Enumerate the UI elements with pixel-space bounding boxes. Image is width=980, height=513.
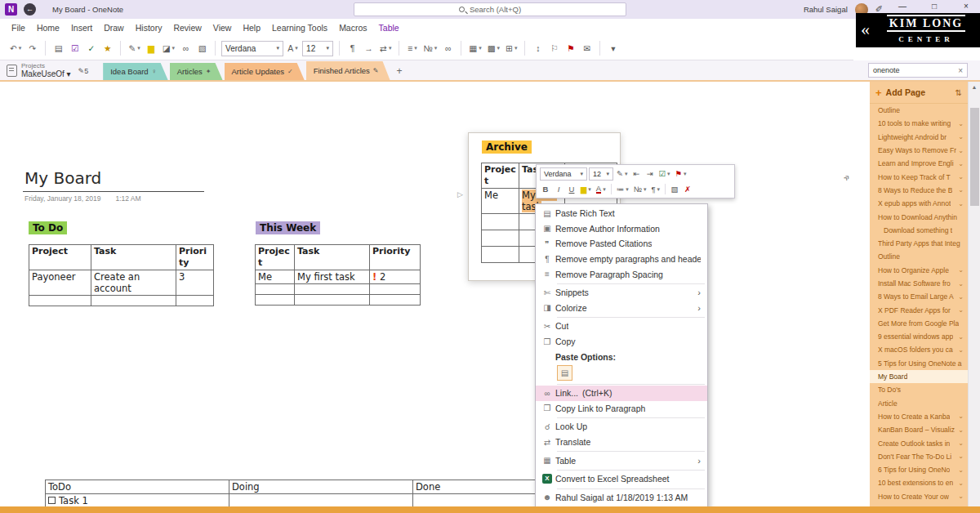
add-page-button[interactable]: + Add Page ⇅ <box>870 82 968 104</box>
context-menu-item-look-up[interactable]: ☌Look Up <box>536 419 707 435</box>
page-list-item-to-do-s[interactable]: To Do's <box>870 383 968 396</box>
indent-increase-icon[interactable]: ⇥ <box>644 167 655 181</box>
page-list-item-10-best-extensions-to-en[interactable]: 10 best extensions to en⌄ <box>870 476 968 489</box>
context-menu-item-link[interactable]: ∞Link...(Ctrl+K) <box>536 386 707 401</box>
page-list-item-outline[interactable]: Outline <box>870 250 968 263</box>
menu-item-table[interactable]: Table <box>379 23 399 33</box>
page-list-item-install-mac-software-fro[interactable]: Install Mac Software fro⌄ <box>870 277 968 290</box>
indent-decrease-icon[interactable]: ⇤ <box>630 167 642 181</box>
italic-icon[interactable]: I <box>553 183 564 196</box>
undo-icon[interactable]: ↶ <box>8 40 23 56</box>
section-tab-idea-board[interactable]: Idea Board♀ <box>103 63 167 80</box>
page-list-item-kanban-board-visualiz[interactable]: KanBan Board – Visualiz⌄ <box>870 423 968 436</box>
paragraph-marks-icon[interactable]: ¶ <box>345 40 359 56</box>
minimize-button[interactable]: — <box>890 0 915 14</box>
line-spacing-icon[interactable]: ≡ <box>405 40 419 56</box>
star-tag-icon[interactable]: ★ <box>100 40 114 56</box>
page-list-item-5-tips-for-using-onenote-a[interactable]: 5 Tips for Using OneNote a <box>870 357 968 370</box>
table-cell[interactable]: 3 <box>176 270 214 296</box>
notebook-selector[interactable]: Projects MakeUseOf ▾ ✎5 <box>0 63 98 80</box>
section-tab-finished-articles[interactable]: Finished Articles✎ <box>306 61 390 80</box>
section-tab-article-updates[interactable]: Article Updates✓ <box>225 63 305 80</box>
mini-font-name-select[interactable]: Verdana <box>540 167 587 181</box>
context-menu-item-paste-rich-text[interactable]: ▤Paste Rich Text <box>536 206 707 221</box>
grow-font-icon[interactable]: A <box>286 40 300 56</box>
table-cell[interactable] <box>482 214 519 230</box>
table-cell[interactable] <box>370 294 421 305</box>
onenote-app-icon[interactable]: N <box>5 3 17 16</box>
context-menu-item-snippets[interactable]: ✄Snippets› <box>536 285 707 301</box>
table-cell[interactable] <box>256 294 295 305</box>
menu-item-file[interactable]: File <box>11 23 25 33</box>
page-list-item-how-to-keep-track-of-t[interactable]: How to Keep Track of T⌄ <box>870 170 968 183</box>
format-painter-icon[interactable]: ▧ <box>195 40 209 56</box>
page-list-item-9-essential-windows-app[interactable]: 9 essential windows app⌄ <box>870 330 968 343</box>
todo-tag-icon[interactable]: ☑ <box>68 40 82 56</box>
todo-table[interactable]: ProjectTaskPriorityPayoneerCreate an acc… <box>29 244 214 306</box>
page-title[interactable]: My Board <box>24 168 101 188</box>
context-menu-item-translate[interactable]: ⇄Translate <box>536 435 707 450</box>
paste-option-icon[interactable]: ▤ <box>557 365 572 381</box>
pen-icon[interactable]: ✎ <box>127 40 141 56</box>
page-list-item-get-more-from-google-pla[interactable]: Get More from Google Pla <box>870 317 968 330</box>
page-list-item-x-epub-apps-with-annot[interactable]: X epub apps with Annot⌄ <box>870 197 968 210</box>
tag-icon[interactable]: ⚐ <box>547 40 561 56</box>
table-cell[interactable] <box>256 283 295 294</box>
table-cell[interactable] <box>482 247 519 263</box>
pen-icon[interactable]: ✎ <box>615 167 629 181</box>
clear-search-icon[interactable]: × <box>958 66 963 75</box>
table-cell[interactable]: ! 2 <box>370 270 421 283</box>
mini-font-size-select[interactable]: 12 <box>589 167 613 181</box>
eraser-icon[interactable]: ◪ <box>161 40 176 56</box>
format-painter-icon[interactable]: ▧ <box>669 183 680 196</box>
redo-icon[interactable]: ↷ <box>25 40 39 56</box>
section-search-box[interactable]: onenote × <box>868 63 968 78</box>
context-menu-item-remove-author-information[interactable]: ▣Remove Author Information <box>536 221 707 237</box>
page-list-item-how-to-organize-apple[interactable]: How to Organize Apple⌄ <box>870 264 968 277</box>
table-cell[interactable]: Create an account <box>91 270 176 296</box>
context-menu-item-copy-link-to-paragraph[interactable]: ❐Copy Link to Paragraph <box>536 401 707 417</box>
table-shading-icon[interactable]: ▩ <box>486 40 501 56</box>
page-list-item-create-outlook-tasks-in[interactable]: Create Outlook tasks in⌄ <box>870 436 968 449</box>
numbering-icon[interactable]: № <box>421 40 439 56</box>
paste-icon[interactable]: ▤ <box>51 40 65 56</box>
link-icon[interactable]: ∞ <box>179 40 193 56</box>
underline-icon[interactable]: U <box>566 183 577 196</box>
task-checkbox[interactable] <box>48 497 56 504</box>
table-cell[interactable] <box>29 296 91 306</box>
context-menu-item-rahul-saigal-at-1-18-2019-1-13-am[interactable]: ☻Rahul Saigal at 1/18/2019 1:13 AM <box>536 490 707 506</box>
close-button[interactable]: × <box>954 0 978 14</box>
context-menu-item-copy[interactable]: ❐Copy <box>536 334 707 350</box>
scrollbar[interactable]: ▲ <box>968 82 980 506</box>
table-borders-icon[interactable]: ⊞ <box>504 40 519 56</box>
menu-item-home[interactable]: Home <box>37 23 60 33</box>
menu-item-learning-tools[interactable]: Learning Tools <box>272 23 327 33</box>
overflow-icon[interactable]: ▾ <box>606 40 620 56</box>
highlighter-icon[interactable]: ▆ <box>579 183 593 196</box>
page-list-item-easy-ways-to-remove-fr[interactable]: Easy Ways to Remove Fr⌄ <box>870 144 968 157</box>
maximize-button[interactable]: □ <box>922 0 947 14</box>
insert-space-icon[interactable]: ↕ <box>531 40 545 56</box>
page-list-item-download-something-t[interactable]: Download something t <box>870 224 968 237</box>
context-menu-item-remove-paragraph-spacing[interactable]: ≡Remove Paragraph Spacing <box>536 266 707 282</box>
numbering-icon[interactable]: № <box>632 183 648 196</box>
page-list-item-don-t-fear-the-to-do-li[interactable]: Don't Fear The To-Do Li⌄ <box>870 450 968 463</box>
page-list-item-6-tips-for-using-oneno[interactable]: 6 Tips for Using OneNo⌄ <box>870 463 968 476</box>
page-list-item-learn-and-improve-engli[interactable]: Learn and Improve Engli⌄ <box>870 157 968 170</box>
table-cell[interactable]: My first task <box>295 270 370 283</box>
table-cell[interactable]: Me <box>256 270 295 283</box>
font-color-icon[interactable]: A <box>595 183 608 196</box>
text-direction-icon[interactable]: ⇄ <box>378 40 393 56</box>
table-cell[interactable] <box>482 230 519 247</box>
ltr-icon[interactable]: → <box>362 40 376 56</box>
bold-icon[interactable]: B <box>540 183 551 196</box>
menu-item-draw[interactable]: Draw <box>104 23 124 33</box>
context-menu-item-cut[interactable]: ✂Cut <box>536 319 707 334</box>
page-list-item-8-ways-to-reduce-the-b[interactable]: 8 Ways to Reduce the B⌄ <box>870 184 968 197</box>
page-list-item-how-to-create-a-kanba[interactable]: How to Create a Kanba⌄ <box>870 410 968 423</box>
section-tab-articles[interactable]: Articles✦ <box>170 63 223 80</box>
menu-item-review[interactable]: Review <box>173 23 201 33</box>
insert-table-icon[interactable]: ▦ <box>467 40 483 56</box>
page-list-item-outline[interactable]: Outline <box>870 104 968 117</box>
table-cell[interactable] <box>176 296 214 306</box>
